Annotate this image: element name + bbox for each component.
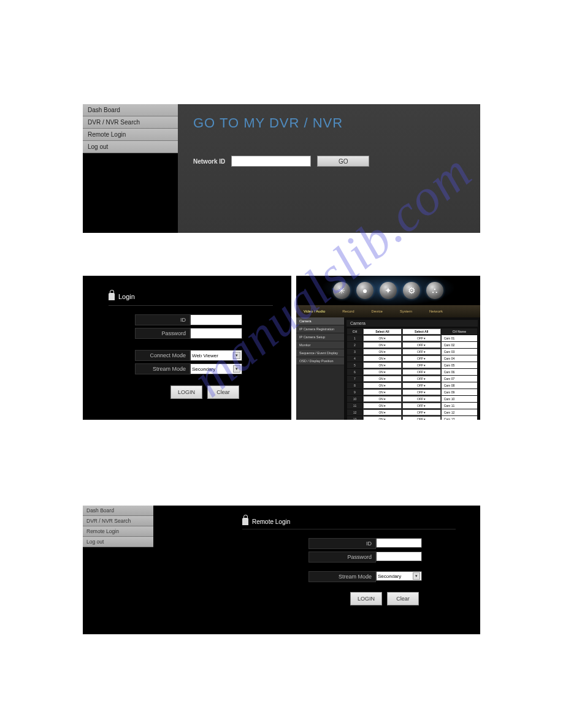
cell-on-select[interactable]: ON ▾ [363, 369, 402, 375]
sidebar-item-sequence[interactable]: Sequence / Event Display [296, 349, 344, 357]
sidebar-item-camera[interactable]: Camera [296, 317, 344, 325]
cell-on-select[interactable]: ON ▾ [363, 403, 402, 409]
cell-ch: 1 [347, 335, 362, 341]
cell-on-select[interactable]: ON ▾ [363, 409, 402, 415]
cell-off-select[interactable]: OFF ▾ [402, 376, 441, 382]
tab-device[interactable]: Device [372, 309, 383, 313]
cell-off-select[interactable]: OFF ▾ [402, 389, 441, 395]
cell-off-select[interactable]: OFF ▾ [402, 409, 441, 415]
cell-name[interactable]: Cam 13 [442, 416, 477, 420]
cell-off-select[interactable]: OFF ▾ [402, 396, 441, 402]
cell-ch: 2 [347, 342, 362, 348]
login-header: Login [109, 293, 273, 306]
sidebar-item-remote-login[interactable]: Remote Login [83, 526, 153, 537]
table-row: 4ON ▾OFF ▾Cam 04 [347, 355, 477, 362]
cell-name[interactable]: Cam 06 [442, 369, 477, 375]
table-row: 8ON ▾OFF ▾Cam 08 [347, 382, 477, 389]
cell-off-select[interactable]: OFF ▾ [402, 335, 441, 341]
cell-name[interactable]: Cam 03 [442, 349, 477, 355]
cell-name[interactable]: Cam 02 [442, 342, 477, 348]
sidebar-item-ipcam-reg[interactable]: IP Camera Registration [296, 325, 344, 333]
password-input[interactable] [376, 552, 422, 561]
login-button[interactable]: LOGIN [350, 592, 382, 605]
cell-off-select[interactable]: OFF ▾ [402, 349, 441, 355]
sidebar-item-osd[interactable]: OSD / Display Position [296, 357, 344, 365]
cell-ch: 13 [347, 416, 362, 420]
cell-name[interactable]: Cam 12 [442, 409, 477, 415]
stream-mode-select[interactable]: Secondary ▾ [376, 571, 422, 581]
tab-strip: Video / Audio Record Device System Netwo… [296, 305, 480, 317]
cell-off-select[interactable]: OFF ▾ [402, 342, 441, 348]
cell-name[interactable]: Cam 08 [442, 382, 477, 389]
cell-off-select[interactable]: OFF ▾ [402, 416, 441, 420]
cell-name[interactable]: Cam 05 [442, 362, 477, 368]
tab-video-audio[interactable]: Video / Audio [304, 309, 325, 313]
cell-off-select[interactable]: OFF ▾ [402, 403, 441, 409]
sidebar-item-dashboard[interactable]: Dash Board [83, 104, 178, 116]
network-id-input[interactable] [231, 156, 311, 167]
cell-off-select[interactable]: OFF ▾ [402, 355, 441, 362]
nav-icon-record[interactable]: ● [356, 282, 373, 299]
tab-system[interactable]: System [400, 309, 412, 313]
nav-icon-system[interactable]: ⚙ [403, 282, 420, 299]
tab-record[interactable]: Record [342, 309, 354, 313]
cell-on-select[interactable]: ON ▾ [363, 416, 402, 420]
cell-name[interactable]: Cam 07 [442, 376, 477, 382]
login-button[interactable]: LOGIN [170, 385, 202, 399]
connect-mode-value: Web Viewer [192, 353, 218, 358]
sidebar-item-monitor[interactable]: Monitor [296, 341, 344, 349]
go-button[interactable]: GO [317, 156, 369, 167]
connect-mode-select[interactable]: Web Viewer ▾ [190, 350, 242, 361]
nav-icon-video[interactable]: ✳ [333, 282, 350, 299]
sidebar-item-logout[interactable]: Log out [83, 141, 178, 153]
cell-on-select[interactable]: ON ▾ [363, 382, 402, 389]
cell-name[interactable]: Cam 10 [442, 396, 477, 402]
cell-off-select[interactable]: OFF ▾ [402, 369, 441, 375]
col-ch: CH [347, 328, 362, 335]
cell-on-select[interactable]: ON ▾ [363, 396, 402, 402]
select-all-2[interactable]: Select All [402, 328, 441, 335]
sidebar-item-dvr-search[interactable]: DVR / NVR Search [83, 516, 153, 526]
cell-name[interactable]: Cam 11 [442, 403, 477, 409]
password-label: Password [135, 328, 190, 339]
table-row: 5ON ▾OFF ▾Cam 05 [347, 362, 477, 368]
cell-off-select[interactable]: OFF ▾ [402, 382, 441, 389]
cell-on-select[interactable]: ON ▾ [363, 355, 402, 362]
cell-on-select[interactable]: ON ▾ [363, 335, 402, 341]
sidebar-item-remote-login[interactable]: Remote Login [83, 129, 178, 141]
stream-mode-value: Secondary [378, 574, 401, 579]
sidebar-item-dashboard[interactable]: Dash Board [83, 506, 153, 516]
select-all-1[interactable]: Select All [363, 328, 402, 335]
clear-button[interactable]: Clear [387, 592, 419, 605]
id-input[interactable] [190, 314, 242, 325]
sidebar-item-ipcam-setup[interactable]: IP Camera Setup [296, 333, 344, 341]
lock-icon [109, 293, 115, 300]
cell-on-select[interactable]: ON ▾ [363, 376, 402, 382]
remote-login-title: Remote Login [252, 518, 290, 525]
device-icon: ✦ [380, 282, 397, 299]
nav-icon-device[interactable]: ✦ [380, 282, 397, 299]
network-id-label: Network ID [193, 158, 225, 165]
cell-name[interactable]: Cam 01 [442, 335, 477, 341]
cell-name[interactable]: Cam 04 [442, 355, 477, 362]
id-input[interactable] [376, 538, 422, 548]
cell-ch: 7 [347, 376, 362, 382]
remote-login-header: Remote Login [242, 518, 456, 529]
nav-icon-network[interactable]: ⛬ [426, 282, 443, 299]
cell-name[interactable]: Cam 09 [442, 389, 477, 395]
cell-ch: 12 [347, 409, 362, 415]
tab-network[interactable]: Network [429, 309, 443, 313]
password-input[interactable] [190, 328, 242, 339]
cell-on-select[interactable]: ON ▾ [363, 362, 402, 368]
page-title: GO TO MY DVR / NVR [193, 115, 465, 131]
cell-ch: 4 [347, 355, 362, 362]
cell-on-select[interactable]: ON ▾ [363, 389, 402, 395]
cell-off-select[interactable]: OFF ▾ [402, 362, 441, 368]
cell-on-select[interactable]: ON ▾ [363, 349, 402, 355]
clear-button[interactable]: Clear [207, 385, 239, 399]
stream-mode-select[interactable]: Secondary ▾ [190, 363, 242, 374]
cell-on-select[interactable]: ON ▾ [363, 342, 402, 348]
top-nav: ✳ ● ✦ ⚙ ⛬ [296, 276, 480, 305]
sidebar-item-dvr-search[interactable]: DVR / NVR Search [83, 116, 178, 129]
sidebar-item-logout[interactable]: Log out [83, 537, 153, 547]
